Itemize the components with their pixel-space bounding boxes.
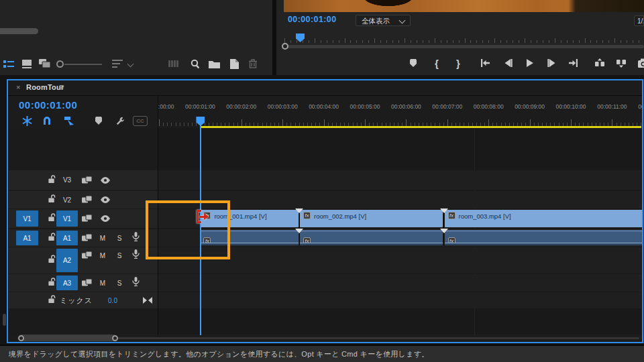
zoom-slider-handle[interactable] (56, 60, 64, 68)
track-target-a2[interactable]: A2 (56, 249, 78, 272)
automate-to-sequence-icon[interactable] (166, 58, 181, 70)
insert-nest-toggle[interactable] (19, 114, 34, 127)
timeline-settings-button[interactable] (113, 114, 127, 127)
go-to-out-button[interactable] (566, 55, 582, 71)
sort-icon[interactable] (111, 58, 125, 70)
time-ruler-ticks[interactable] (158, 114, 643, 127)
track-visibility-eye-icon[interactable] (100, 213, 111, 225)
ruler-label: 00:00:09:00 (515, 103, 545, 110)
monitor-time-ruler[interactable] (284, 35, 644, 44)
monitor-scrollbar[interactable] (284, 45, 644, 48)
monitor-scrollbar-handle[interactable] (282, 43, 288, 50)
monitor-tick (573, 40, 574, 43)
clip-label: room_003.mp4 [V] (459, 213, 511, 220)
timeline-add-marker-button[interactable] (91, 114, 106, 127)
solo-button[interactable]: S (115, 229, 124, 247)
linked-selection-toggle[interactable] (62, 114, 76, 127)
step-back-button[interactable] (500, 55, 516, 71)
voiceover-mic-icon[interactable] (132, 277, 140, 289)
play-button[interactable] (521, 55, 537, 71)
mute-button[interactable]: M (98, 229, 107, 247)
new-bin-button[interactable] (207, 58, 221, 70)
close-icon[interactable]: × (16, 83, 20, 91)
sync-lock-icon[interactable] (82, 277, 92, 289)
list-view-button[interactable] (2, 58, 15, 70)
extract-button[interactable] (613, 55, 629, 71)
add-marker-button[interactable] (405, 55, 421, 71)
mix-pan-value[interactable]: 0.0 (103, 292, 123, 308)
snap-toggle[interactable] (40, 114, 54, 127)
zoom-slider-track[interactable] (64, 64, 102, 65)
sync-lock-icon[interactable] (82, 194, 92, 206)
track-content-a3[interactable] (158, 274, 641, 292)
camera-icon (638, 58, 644, 68)
track-content-v2[interactable] (158, 191, 641, 208)
panel-menu-icon[interactable]: ≡ (59, 82, 63, 92)
lock-icon[interactable] (48, 254, 56, 266)
source-patch-v1[interactable]: V1 (16, 210, 38, 227)
freeform-view-button[interactable] (38, 58, 52, 70)
timeline-timecode[interactable]: 00:00:01:00 (19, 99, 77, 111)
project-hscrollbar[interactable] (0, 28, 38, 34)
zoom-level-value: 全体表示 (362, 17, 390, 25)
mute-button[interactable]: M (98, 274, 107, 292)
lock-icon[interactable] (48, 194, 56, 206)
trash-icon[interactable] (246, 58, 260, 70)
time-ruler-labels[interactable]: 00:00:00:0000:00:01:0000:00:02:0000:00:0… (158, 103, 643, 113)
lock-icon[interactable] (48, 294, 56, 306)
lock-icon[interactable] (48, 174, 56, 186)
track-content-a2[interactable] (158, 247, 641, 274)
video-clip[interactable]: fxroom_002.mp4 [V] (300, 210, 443, 227)
timeline-zoom-scrollbar[interactable] (19, 335, 117, 341)
track-target-a1[interactable]: A1 (56, 231, 78, 245)
track-visibility-eye-icon[interactable] (100, 194, 111, 206)
sync-lock-icon[interactable] (82, 174, 92, 186)
track-target-v1[interactable]: V1 (56, 210, 78, 227)
track-label[interactable]: V3 (56, 170, 78, 190)
track-content-mix[interactable] (158, 292, 641, 308)
go-to-in-button[interactable] (477, 55, 493, 71)
zoom-handle-right[interactable] (112, 335, 118, 341)
lift-button[interactable] (592, 55, 608, 71)
monitor-tick (561, 40, 561, 43)
vertical-scrollbar[interactable] (3, 314, 6, 326)
lock-icon[interactable] (48, 213, 56, 225)
solo-button[interactable]: S (115, 251, 124, 260)
lock-icon[interactable] (48, 277, 56, 289)
export-frame-button[interactable] (636, 55, 644, 71)
track-content-v3[interactable] (158, 170, 641, 190)
mute-button[interactable]: M (98, 251, 107, 260)
sync-lock-icon[interactable] (82, 249, 92, 261)
playback-resolution-dropdown[interactable]: 1/2 (634, 15, 644, 26)
monitor-tick (315, 38, 315, 43)
source-patch-a1[interactable]: A1 (16, 231, 38, 245)
program-timecode[interactable]: 00:00:01:00 (288, 15, 337, 24)
video-clip[interactable]: fxroom_003.mp4 [V] (445, 210, 644, 227)
thumbnail-view-button[interactable] (20, 58, 34, 70)
monitor-tick (470, 40, 471, 43)
sync-lock-icon[interactable] (82, 213, 92, 225)
audio-clip[interactable]: fx (445, 230, 644, 245)
track-target-a3[interactable]: A3 (56, 276, 78, 290)
voiceover-mic-icon[interactable] (132, 249, 140, 261)
sync-lock-icon[interactable] (82, 232, 92, 244)
search-icon[interactable] (188, 58, 203, 70)
captions-button[interactable]: CC (133, 116, 148, 126)
step-forward-button[interactable] (543, 55, 559, 71)
mark-out-button[interactable]: } (450, 55, 466, 71)
keyframe-toggle-icon[interactable] (143, 297, 152, 304)
new-item-button[interactable] (227, 58, 241, 70)
audio-clip[interactable]: fx (300, 230, 443, 245)
sort-chevron-icon[interactable] (127, 61, 134, 68)
mark-in-button[interactable]: { (429, 55, 445, 71)
lock-icon[interactable] (48, 232, 56, 244)
track-label[interactable]: V2 (56, 191, 78, 208)
ruler-tick (159, 119, 160, 126)
solo-button[interactable]: S (115, 274, 124, 292)
voiceover-mic-icon[interactable] (132, 232, 140, 244)
zoom-handle-left[interactable] (18, 335, 24, 341)
chevron-down-icon (399, 17, 406, 24)
sequence-tab[interactable]: RoomTour (26, 83, 64, 91)
zoom-level-dropdown[interactable]: 全体表示 (356, 15, 411, 26)
track-visibility-eye-icon[interactable] (100, 174, 111, 186)
